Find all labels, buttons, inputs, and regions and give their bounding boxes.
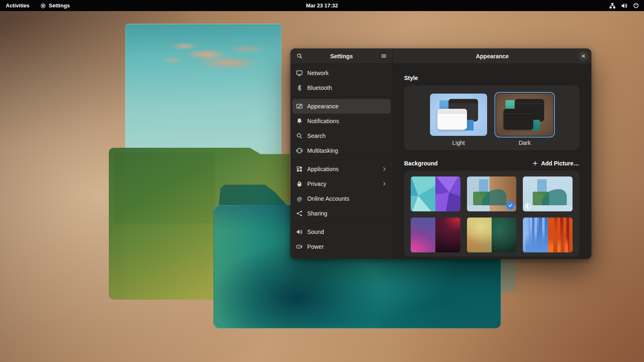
bell-icon [296,118,303,124]
window-title: Settings [330,53,353,60]
sidebar-item-power[interactable]: Power [292,239,391,254]
search-button[interactable] [294,51,305,62]
style-card: Light Dark [404,85,579,150]
bluetooth-icon [296,85,303,91]
clock[interactable]: Mar 23 17:32 [0,2,644,9]
main-menu-button[interactable] [378,51,389,62]
dark-variant-badge [525,203,531,209]
speaker-icon [296,229,303,235]
sidebar-separator [290,97,393,97]
multitasking-icon [296,147,303,154]
wallpaper-thumbnail-6[interactable] [523,218,573,252]
sidebar-item-privacy[interactable]: Privacy [292,176,391,191]
plus-icon [532,160,538,166]
add-picture-label: Add Picture… [541,160,579,167]
search-icon [296,133,303,139]
sidebar-separator [290,160,393,160]
sidebar-header: Settings [290,48,393,64]
at-icon: @ [296,195,303,202]
background-heading: Background [404,160,438,167]
sidebar-item-multitasking[interactable]: Multitasking [292,143,391,158]
sidebar-item-sound[interactable]: Sound [292,225,391,239]
panel-title: Appearance [476,53,508,60]
settings-sidebar: Network Bluetooth Appearance Notificatio… [290,64,393,259]
sidebar-item-search[interactable]: Search [292,128,391,143]
appearance-panel: Style Light [393,64,591,259]
header-bar[interactable]: Settings Appearance [290,48,591,64]
hand-icon [296,181,303,187]
sidebar-item-notifications[interactable]: Notifications [292,114,391,128]
light-label: Light [452,140,465,146]
light-style-preview[interactable] [430,94,487,136]
appearance-icon [296,103,303,110]
preview-front-window [437,109,467,130]
share-icon [296,210,303,217]
sidebar-item-bluetooth[interactable]: Bluetooth [292,80,391,95]
style-option-light[interactable]: Light [430,94,487,150]
chevron-right-icon [382,181,387,187]
sidebar-item-online-accounts[interactable]: @ Online Accounts [292,191,391,206]
background-grid [404,171,579,257]
applications-icon [296,166,303,172]
dark-style-preview[interactable] [496,94,553,136]
sidebar-item-applications[interactable]: Applications [292,162,391,176]
sidebar-item-sharing[interactable]: Sharing [292,206,391,221]
wallpaper-thumbnail-2[interactable] [467,176,517,211]
battery-icon [296,243,303,250]
preview-front-window [504,109,533,130]
settings-window: Settings Appearance Network Bluetooth [290,48,591,259]
style-heading: Style [404,75,579,81]
sidebar-item-network[interactable]: Network [292,66,391,80]
wallpaper-thumbnail-5[interactable] [467,218,517,252]
sidebar-item-appearance[interactable]: Appearance [292,99,391,114]
sidebar-separator [290,222,393,223]
wallpaper-thumbnail-3[interactable] [523,176,573,211]
chevron-right-icon [382,166,387,172]
selected-check-badge [506,201,515,210]
top-bar: Activities Settings Mar 23 17:32 [0,0,644,11]
dark-label: Dark [519,140,531,146]
wallpaper-thumbnail-1[interactable] [411,176,460,211]
add-picture-button[interactable]: Add Picture… [532,160,579,167]
style-option-dark[interactable]: Dark [496,94,553,150]
panel-header: Appearance [393,48,591,64]
wallpaper-thumbnail-4[interactable] [411,218,460,252]
close-button[interactable] [578,51,588,61]
network-icon [296,70,303,76]
